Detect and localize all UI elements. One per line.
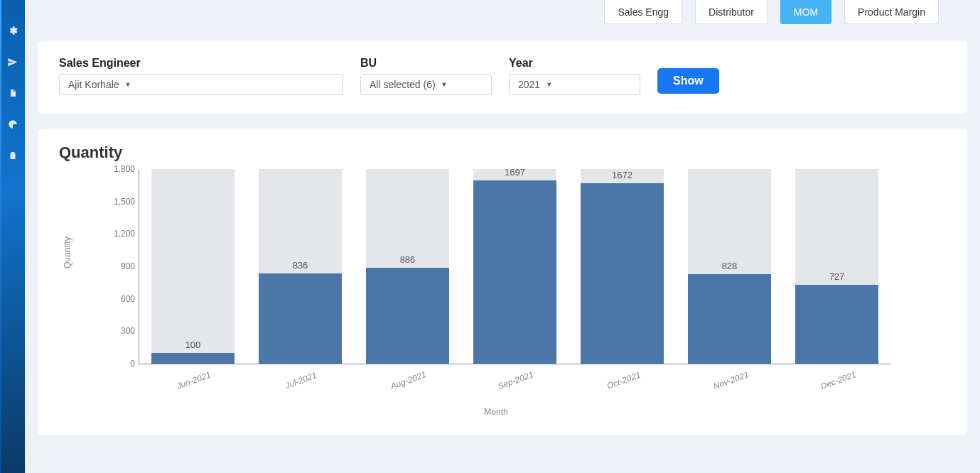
- caret-icon: ▼: [125, 81, 131, 88]
- clipboard-icon[interactable]: [6, 149, 19, 162]
- bar-slot: 727: [783, 169, 890, 364]
- bu-value: All selected (6): [370, 79, 436, 90]
- tabs-row: Sales Engg Distributor MOM Product Margi…: [38, 0, 967, 33]
- sidebar-accent: [0, 0, 1, 473]
- main-content: Sales Engg Distributor MOM Product Margi…: [25, 0, 980, 473]
- y-tick-label: 1,800: [114, 164, 135, 174]
- y-tick-label: 1,200: [114, 229, 135, 239]
- sales-engineer-value: Ajit Korhale: [68, 79, 119, 90]
- year-value: 2021: [518, 79, 540, 90]
- gear-icon[interactable]: [6, 24, 19, 37]
- bar-value-label: 1697: [461, 167, 569, 178]
- y-tick-label: 600: [121, 294, 135, 304]
- bar[interactable]: [581, 183, 664, 364]
- bar-value-label: 100: [139, 339, 247, 350]
- caret-icon: ▼: [546, 81, 552, 88]
- sales-engineer-select[interactable]: Ajit Korhale ▼: [59, 74, 343, 95]
- bu-select[interactable]: All selected (6) ▼: [360, 74, 492, 95]
- tab-product-margin[interactable]: Product Margin: [844, 0, 939, 24]
- chart-plot: 10083688616971672828727 03006009001,2001…: [139, 169, 890, 364]
- bar-bg: [151, 169, 235, 364]
- bar-value-label: 1672: [569, 170, 676, 180]
- x-axis-label: Month: [102, 407, 890, 417]
- tab-mom[interactable]: MOM: [780, 0, 831, 24]
- bar[interactable]: [795, 285, 879, 364]
- y-tick-label: 1,500: [114, 197, 135, 207]
- bar-value-label: 727: [783, 271, 890, 282]
- bar-value-label: 886: [354, 254, 461, 265]
- x-labels: Jun-2021Jul-2021Aug-2021Sep-2021Oct-2021…: [139, 367, 890, 386]
- filter-card: Sales Engineer Ajit Korhale ▼ BU All sel…: [38, 41, 967, 114]
- caret-icon: ▼: [441, 81, 448, 88]
- year-select[interactable]: 2021 ▼: [509, 74, 640, 95]
- bar-value-label: 828: [676, 261, 783, 271]
- bar[interactable]: [259, 273, 343, 364]
- bar-slot: 828: [676, 169, 783, 364]
- plane-icon[interactable]: [6, 55, 19, 68]
- pie-icon[interactable]: [6, 118, 19, 131]
- bu-label: BU: [360, 57, 492, 70]
- y-tick-label: 900: [121, 261, 135, 271]
- tab-sales-engg[interactable]: Sales Engg: [604, 0, 682, 24]
- filter-year: Year 2021 ▼: [509, 57, 640, 95]
- sidebar: [0, 0, 25, 473]
- bar-slot: 1697: [461, 169, 569, 364]
- bar-value-label: 836: [247, 260, 354, 271]
- sales-engineer-label: Sales Engineer: [59, 57, 343, 70]
- bar-slot: 886: [354, 169, 461, 364]
- year-label: Year: [509, 57, 640, 70]
- file-icon[interactable]: [6, 87, 19, 99]
- chart-wrap: Quantity 10083688616971672828727 0300600…: [102, 169, 890, 414]
- y-tick-label: 0: [130, 359, 135, 369]
- bars-container: 10083688616971672828727: [139, 169, 890, 364]
- chart-card: Quantity Quantity 1008368861697167282872…: [38, 129, 967, 435]
- filter-sales-engineer: Sales Engineer Ajit Korhale ▼: [59, 57, 343, 95]
- tab-distributor[interactable]: Distributor: [695, 0, 768, 24]
- bar-slot: 1672: [569, 169, 676, 364]
- chart-title: Quantity: [59, 143, 946, 162]
- bar[interactable]: [473, 180, 557, 364]
- bar-slot: 100: [139, 169, 247, 364]
- show-button[interactable]: Show: [657, 68, 719, 94]
- bar-slot: 836: [247, 169, 354, 364]
- bar[interactable]: [688, 274, 772, 364]
- y-tick-label: 300: [121, 326, 135, 336]
- filter-row: Sales Engineer Ajit Korhale ▼ BU All sel…: [59, 57, 946, 95]
- y-axis-label: Quantity: [63, 236, 72, 268]
- bar[interactable]: [366, 268, 450, 364]
- filter-bu: BU All selected (6) ▼: [360, 57, 492, 95]
